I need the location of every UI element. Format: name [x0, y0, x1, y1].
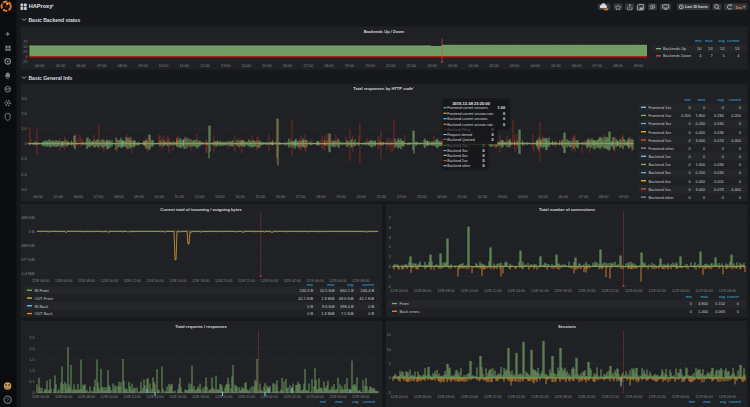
svg-text:0 B: 0 B: [368, 304, 374, 309]
svg-text:17:00: 17:00: [296, 195, 306, 199]
svg-text:max: max: [701, 294, 708, 299]
svg-text:01:00: 01:00: [469, 64, 479, 68]
svg-text:53: 53: [708, 46, 712, 51]
svg-text:1.800: 1.800: [695, 113, 706, 118]
svg-text:3.000: 3.000: [695, 187, 706, 192]
svg-text:2019-12-08 23:20:00: 2019-12-08 23:20:00: [452, 101, 490, 106]
svg-text:08:00: 08:00: [613, 64, 623, 68]
svg-text:0.400: 0.400: [695, 179, 706, 184]
svg-text:07:00: 07:00: [97, 64, 107, 68]
svg-text:11:00: 11:00: [180, 64, 189, 68]
svg-text:12/8 22:00: 12/8 22:00: [238, 395, 255, 399]
svg-text:23:00: 23:00: [417, 195, 427, 199]
svg-text:2.0: 2.0: [29, 347, 34, 351]
svg-text:12/8 14:00: 12/8 14:00: [508, 289, 525, 293]
svg-text:42.1 KiB: 42.1 KiB: [359, 296, 374, 301]
svg-text:Frontend current sessions: Frontend current sessions: [447, 106, 488, 110]
svg-text:10:00: 10:00: [154, 195, 164, 199]
svg-text:12/8 14:00: 12/8 14:00: [146, 279, 163, 283]
svg-text:IN Front: IN Front: [35, 288, 50, 293]
svg-text:0: 0: [482, 149, 484, 153]
svg-text:04:00: 04:00: [531, 64, 541, 68]
svg-text:20:00: 20:00: [365, 64, 375, 68]
svg-text:IN Back: IN Back: [35, 304, 49, 309]
svg-text:Basic Backend status: Basic Backend status: [29, 17, 81, 23]
svg-text:Frontend 3xx: Frontend 3xx: [649, 121, 672, 126]
svg-text:02:00: 02:00: [489, 64, 499, 68]
svg-text:13:00: 13:00: [215, 195, 225, 199]
svg-text:12/9 00:00: 12/9 00:00: [625, 289, 642, 293]
svg-text:Backend current sessions: Backend current sessions: [447, 117, 488, 121]
svg-text:12/8 14:00: 12/8 14:00: [508, 395, 525, 399]
svg-text:Backend current session rate: Backend current session rate: [447, 123, 493, 127]
svg-text:12/8 20:00: 12/8 20:00: [578, 289, 595, 293]
svg-text:-1: -1: [387, 275, 390, 279]
svg-text:Frontend 2xx: Frontend 2xx: [649, 113, 672, 118]
svg-text:5m: 5m: [736, 5, 742, 10]
svg-text:max: max: [335, 399, 342, 404]
svg-text:12/8 16:00: 12/8 16:00: [531, 395, 548, 399]
svg-text:398.4 B: 398.4 B: [340, 304, 354, 309]
svg-text:00:00: 00:00: [448, 64, 458, 68]
svg-text:0.005: 0.005: [714, 179, 724, 184]
svg-text:07:00: 07:00: [579, 195, 589, 199]
svg-text:min: min: [684, 97, 690, 102]
svg-text:04:00: 04:00: [518, 195, 528, 199]
svg-text:04:00: 04:00: [35, 64, 45, 68]
svg-text:min: min: [320, 399, 326, 404]
svg-text:06:00: 06:00: [558, 195, 568, 199]
svg-text:Backend 4xx: Backend 4xx: [649, 179, 671, 184]
svg-text:12/9 02:00: 12/9 02:00: [648, 289, 665, 293]
svg-text:-1.0: -1.0: [20, 157, 27, 161]
svg-text:1.0: 1.0: [21, 127, 26, 131]
svg-text:12/8 04:00: 12/8 04:00: [390, 289, 407, 293]
svg-text:19:00: 19:00: [336, 195, 346, 199]
svg-text:12:00: 12:00: [195, 195, 205, 199]
svg-text:12/8 16:00: 12/8 16:00: [531, 289, 548, 293]
svg-text:05:00: 05:00: [56, 64, 66, 68]
svg-text:avg: avg: [718, 97, 724, 102]
svg-text:12/8 10:00: 12/8 10:00: [101, 279, 118, 283]
svg-text:0: 0: [24, 142, 26, 146]
svg-text:21:00: 21:00: [386, 64, 396, 68]
svg-text:12/8 12:00: 12/8 12:00: [123, 279, 140, 283]
svg-text:12/8 10:00: 12/8 10:00: [461, 395, 478, 399]
svg-text:04:00: 04:00: [33, 195, 43, 199]
svg-text:0.400: 0.400: [695, 130, 706, 135]
svg-text:avg: avg: [352, 399, 358, 404]
svg-text:Request denied: Request denied: [447, 133, 472, 137]
svg-text:1.400: 1.400: [698, 309, 709, 314]
svg-text:12/8 10:00: 12/8 10:00: [101, 395, 118, 399]
svg-text:Backend 3xx: Backend 3xx: [447, 149, 467, 153]
svg-text:01:00: 01:00: [457, 195, 467, 199]
svg-text:10: 10: [387, 348, 391, 352]
svg-text:0.073: 0.073: [714, 187, 724, 192]
svg-text:0.150: 0.150: [715, 301, 726, 306]
svg-text:-977 KiB: -977 KiB: [20, 258, 35, 262]
svg-text:0: 0: [25, 55, 27, 59]
svg-text:0 B: 0 B: [368, 311, 374, 316]
svg-text:12/8 10:00: 12/8 10:00: [461, 289, 478, 293]
svg-text:0.200: 0.200: [681, 113, 692, 118]
svg-text:min: min: [686, 294, 692, 299]
svg-text:1.0: 1.0: [29, 369, 34, 373]
svg-text:12/8 08:00: 12/8 08:00: [78, 279, 95, 283]
svg-text:06:00: 06:00: [572, 64, 582, 68]
svg-text:12/8 18:00: 12/8 18:00: [554, 395, 571, 399]
svg-text:00:00: 00:00: [437, 195, 447, 199]
svg-text:max: max: [327, 282, 334, 287]
svg-text:0: 0: [389, 376, 391, 380]
svg-text:0.400: 0.400: [731, 187, 742, 192]
svg-text:Backends Up: Backends Up: [663, 46, 686, 51]
svg-text:3: 3: [389, 236, 391, 240]
svg-text:12/8 08:00: 12/8 08:00: [437, 395, 454, 399]
svg-text:05:00: 05:00: [538, 195, 548, 199]
svg-text:03:00: 03:00: [510, 64, 520, 68]
svg-text:Backend Queued: Backend Queued: [447, 138, 474, 142]
svg-text:Backend 4xx: Backend 4xx: [447, 154, 467, 158]
svg-text:Sessions: Sessions: [558, 324, 577, 329]
svg-text:1: 1: [389, 255, 391, 259]
svg-text:7: 7: [710, 53, 712, 58]
svg-text:12/8 22:00: 12/8 22:00: [601, 289, 618, 293]
svg-text:Backends Down: Backends Down: [663, 53, 691, 58]
